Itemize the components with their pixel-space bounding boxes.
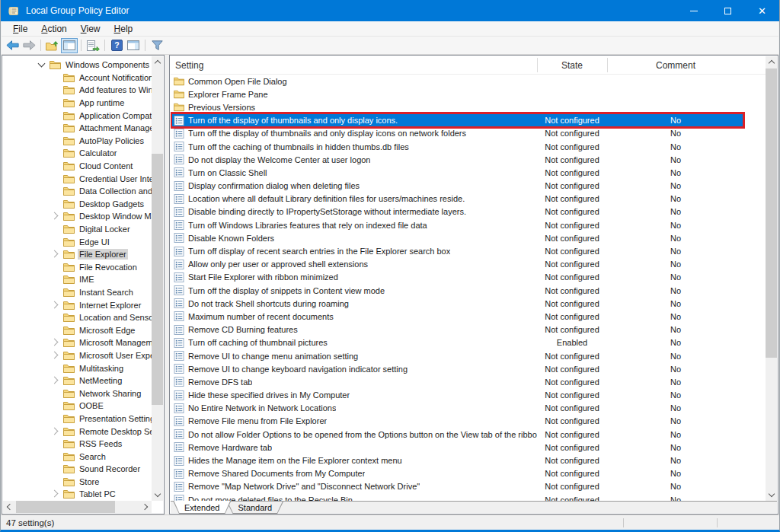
forward-button[interactable]	[21, 38, 37, 53]
tree-expand-chevron-icon[interactable]	[48, 476, 63, 488]
tree-item[interactable]: OOBE	[3, 400, 152, 413]
policy-row[interactable]: Turn off display of recent search entrie…	[171, 244, 744, 257]
policy-row[interactable]: Start File Explorer with ribbon minimize…	[171, 271, 744, 284]
policy-row[interactable]: Do not allow Folder Options to be opened…	[171, 428, 744, 441]
up-one-level-button[interactable]	[44, 38, 61, 53]
policy-row[interactable]: Turn off the display of thumbnails and o…	[171, 114, 744, 127]
policy-row[interactable]: Disable Known Folders Not configured No	[171, 231, 744, 244]
tree-vertical-scrollbar[interactable]	[152, 56, 163, 501]
policy-row[interactable]: Turn off the caching of thumbnails in hi…	[171, 140, 744, 153]
policy-row[interactable]: Explorer Frame Pane	[171, 88, 744, 100]
tree-item[interactable]: Instant Search	[3, 286, 152, 299]
policy-row[interactable]: Turn off the display of thumbnails and o…	[171, 127, 744, 140]
tree-expand-chevron-icon[interactable]	[48, 72, 63, 84]
tree-expand-chevron-icon[interactable]	[48, 286, 63, 298]
tree-item[interactable]: Remote Desktop Servi	[3, 425, 152, 438]
maximize-button[interactable]	[711, 0, 745, 21]
tree-item[interactable]: Microsoft Managemen	[3, 336, 152, 349]
policy-row[interactable]: Maximum number of recent documents Not c…	[171, 310, 744, 323]
tree-item[interactable]: Attachment Manager	[3, 122, 152, 135]
tree-item[interactable]: File Explorer	[3, 248, 152, 261]
scroll-down-arrow[interactable]	[152, 489, 163, 501]
tree-expand-chevron-icon[interactable]	[48, 362, 63, 374]
tree-item[interactable]: File Revocation	[3, 261, 152, 274]
tree-item[interactable]: Desktop Window Man	[3, 210, 152, 223]
tree-item[interactable]: Edge UI	[3, 235, 152, 248]
policy-row[interactable]: Do not track Shell shortcuts during roam…	[171, 297, 744, 310]
tree-item[interactable]: Multitasking	[3, 362, 152, 374]
tab-extended[interactable]: Extended	[173, 501, 231, 514]
tree-expand-chevron-icon[interactable]	[48, 374, 63, 387]
policy-row[interactable]: Remove CD Burning features Not configure…	[171, 323, 744, 336]
tree-expand-chevron-icon[interactable]	[48, 273, 63, 285]
tree-item[interactable]: IME	[3, 273, 152, 286]
scroll-thumb[interactable]	[152, 154, 163, 405]
menu-view[interactable]: View	[74, 22, 107, 36]
export-list-button[interactable]	[85, 38, 101, 53]
scroll-up-arrow[interactable]	[766, 56, 777, 68]
tree-item[interactable]: Account Notifications	[3, 72, 152, 84]
tree-expand-chevron-icon[interactable]	[48, 413, 63, 425]
tree-expand-chevron-icon[interactable]	[48, 463, 63, 475]
column-header-state[interactable]: State	[537, 56, 607, 75]
tree-item[interactable]: Search	[3, 450, 152, 463]
tree-expand-chevron-icon[interactable]	[48, 122, 63, 134]
tree-expand-chevron-icon[interactable]	[48, 425, 63, 438]
tree-item[interactable]: Cloud Content	[3, 160, 152, 173]
tree-expand-chevron-icon[interactable]	[34, 59, 50, 71]
tree-expand-chevron-icon[interactable]	[48, 110, 63, 122]
tree-item[interactable]: Store	[3, 476, 152, 489]
tree-item[interactable]: Credential User Interfa	[3, 172, 152, 185]
tree-item[interactable]: Add features to Windo	[3, 84, 152, 97]
back-button[interactable]	[4, 38, 21, 53]
column-divider[interactable]	[537, 58, 538, 72]
tree-expand-chevron-icon[interactable]	[48, 198, 63, 210]
tab-standard[interactable]: Standard	[226, 502, 283, 514]
tree-expand-chevron-icon[interactable]	[48, 387, 63, 400]
tree-item[interactable]: RSS Feeds	[3, 438, 152, 451]
policy-row[interactable]: Turn off caching of thumbnail pictures E…	[171, 336, 744, 349]
tree-item[interactable]: Microsoft User Experie	[3, 349, 152, 362]
scroll-thumb[interactable]	[766, 68, 777, 358]
minimize-button[interactable]	[676, 0, 711, 21]
scroll-thumb[interactable]	[16, 501, 115, 513]
tree-horizontal-scrollbar[interactable]	[3, 501, 152, 513]
policy-row[interactable]: Previous Versions	[171, 100, 744, 113]
menu-action[interactable]: Action	[34, 22, 73, 36]
tree-item[interactable]: NetMeeting	[3, 374, 152, 387]
tree-item[interactable]: Microsoft Edge	[3, 323, 152, 336]
tree-item[interactable]: Windows Components	[3, 59, 152, 72]
tree-expand-chevron-icon[interactable]	[48, 400, 63, 412]
tree-item[interactable]: Calculator	[3, 147, 152, 160]
policy-row[interactable]: Remove UI to change keyboard navigation …	[171, 362, 744, 375]
tree-expand-chevron-icon[interactable]	[48, 97, 63, 109]
policy-row[interactable]: Hide these specified drives in My Comput…	[171, 389, 744, 402]
policy-row[interactable]: Allow only per user or approved shell ex…	[171, 258, 744, 271]
policy-row[interactable]: Do not display the Welcome Center at use…	[171, 153, 744, 166]
scroll-left-arrow[interactable]	[3, 501, 14, 512]
close-button[interactable]: ✕	[745, 0, 779, 21]
list-vertical-scrollbar[interactable]	[766, 56, 777, 501]
help-button[interactable]: ?	[108, 38, 125, 53]
tree-item[interactable]: Data Collection and Pr	[3, 185, 152, 198]
tree-item[interactable]: AutoPlay Policies	[3, 135, 152, 148]
tree-item[interactable]: Digital Locker	[3, 223, 152, 236]
tree-item[interactable]: Network Sharing	[3, 387, 152, 400]
scroll-up-arrow[interactable]	[152, 56, 163, 68]
policy-row[interactable]: Remove "Map Network Drive" and "Disconne…	[171, 480, 744, 493]
tree-expand-chevron-icon[interactable]	[48, 236, 63, 248]
policy-row[interactable]: Common Open File Dialog	[171, 75, 744, 88]
tree-expand-chevron-icon[interactable]	[48, 147, 63, 159]
menu-file[interactable]: File	[6, 22, 34, 36]
show-action-pane-button[interactable]	[125, 38, 142, 53]
tree-expand-chevron-icon[interactable]	[48, 451, 63, 463]
tree-item[interactable]: Presentation Settings	[3, 413, 152, 425]
policy-row[interactable]: Remove UI to change menu animation setti…	[171, 349, 744, 362]
tree-expand-chevron-icon[interactable]	[48, 299, 63, 311]
tree-item[interactable]: Tablet PC	[3, 488, 152, 501]
tree-expand-chevron-icon[interactable]	[48, 438, 63, 450]
tree-expand-chevron-icon[interactable]	[48, 173, 63, 185]
policy-row[interactable]: Disable binding directly to IPropertySet…	[171, 205, 744, 218]
tree-expand-chevron-icon[interactable]	[48, 324, 63, 336]
policy-row[interactable]: Remove File menu from File Explorer Not …	[171, 415, 744, 428]
